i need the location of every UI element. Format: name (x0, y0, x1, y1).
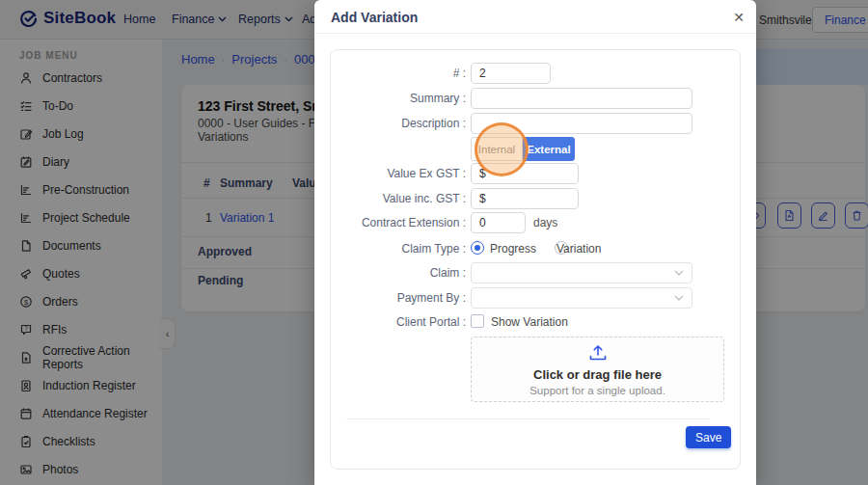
summary-input[interactable] (471, 88, 692, 109)
upload-hint-text: Support for a single upload. (472, 385, 723, 396)
modal-title: Add Variation (331, 10, 418, 25)
progress-radio[interactable] (471, 241, 484, 255)
value-inc-gst-input[interactable]: $ (471, 188, 579, 209)
contract-extension-input[interactable]: 0 (471, 212, 526, 233)
number-label: # : (331, 67, 466, 80)
description-label: Description : (331, 117, 466, 130)
show-variation-checkbox-label[interactable]: Show Variation (491, 315, 568, 329)
chevron-down-icon (674, 295, 684, 301)
claim-select[interactable] (471, 262, 692, 283)
contract-extension-label: Contract Extension : (331, 216, 466, 229)
external-toggle[interactable]: External (523, 137, 575, 161)
variation-radio-label[interactable]: Variation (556, 242, 601, 256)
add-variation-modal: Add Variation ✕ # : 2 Summary : Descript… (314, 0, 756, 485)
upload-icon (588, 344, 608, 362)
file-upload-dropzone[interactable]: Click or drag file here Support for a si… (471, 337, 724, 402)
summary-label: Summary : (331, 92, 466, 105)
value-ex-gst-label: Value Ex GST : (331, 167, 466, 180)
claim-label: Claim : (331, 266, 466, 280)
click-highlight-ring (475, 122, 529, 176)
payment-by-label: Payment By : (331, 291, 466, 305)
save-button[interactable]: Save (686, 426, 731, 448)
payment-by-select[interactable] (471, 287, 692, 309)
upload-main-text: Click or drag file here (472, 367, 723, 382)
number-input[interactable]: 2 (471, 63, 551, 84)
claim-type-label: Claim Type : (331, 242, 466, 256)
chevron-down-icon (674, 270, 684, 276)
form-footer-divider (346, 418, 710, 419)
modal-header-divider (314, 33, 756, 34)
show-variation-checkbox[interactable] (471, 314, 484, 328)
days-suffix: days (533, 216, 557, 229)
client-portal-label: Client Portal : (331, 315, 466, 329)
progress-radio-label[interactable]: Progress (490, 242, 536, 256)
close-icon[interactable]: ✕ (729, 8, 748, 27)
value-inc-gst-label: Value inc. GST : (331, 192, 466, 205)
